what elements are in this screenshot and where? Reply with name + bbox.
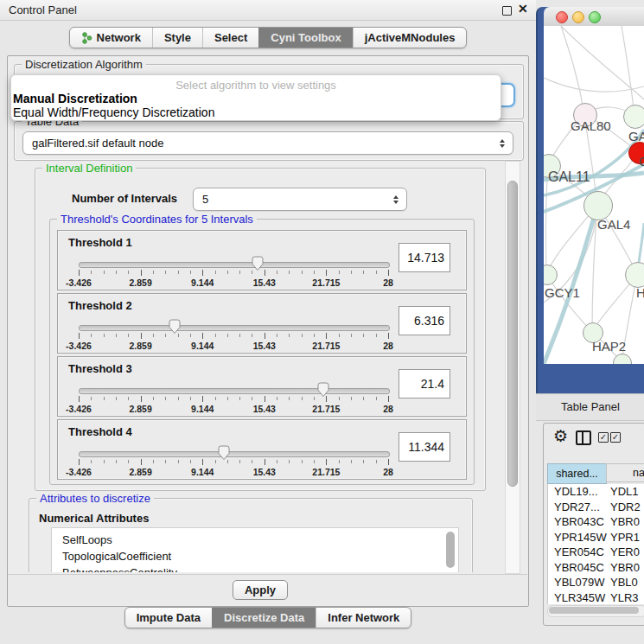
table-panel-title: Table Panel — [561, 400, 620, 413]
panel-title: Control Panel — [9, 3, 77, 16]
control-panel-tabs: Network Style Select Cyni Toolbox jActiv… — [69, 27, 468, 48]
num-intervals-label: Number of Intervals — [72, 192, 177, 205]
cell-name: YDR2 — [606, 501, 641, 513]
settings-scrollbar[interactable] — [505, 161, 520, 574]
threshold-panel-4: Threshold 4-3.4262.8599.14415.4321.71528… — [57, 419, 467, 480]
network-node-gal4[interactable] — [583, 191, 613, 220]
slider-ticks — [79, 396, 388, 403]
table-row[interactable]: YPR145WYPR1 — [548, 530, 644, 545]
threshold-panel-2: Threshold 2-3.4262.8599.14415.4321.71528… — [57, 293, 467, 354]
threshold-panels: Threshold 1-3.4262.8599.14415.4321.71528… — [57, 230, 467, 482]
tab-network[interactable]: Network — [70, 28, 152, 48]
gear-icon[interactable]: ⚙ — [553, 426, 568, 446]
network-node-h[interactable] — [625, 262, 644, 288]
column-header-name[interactable]: na — [606, 463, 644, 482]
table-row[interactable]: YBR045CYBR0 — [548, 560, 644, 576]
dropdown-option-manual-discretization[interactable]: Manual Discretization — [11, 92, 501, 105]
cell-name: YDL1 — [606, 485, 639, 498]
table-row[interactable]: YLR345WYLR3 — [548, 590, 644, 605]
attribute-item[interactable]: SelfLoops — [52, 532, 458, 548]
threshold-value-input[interactable]: 11.344 — [399, 432, 450, 462]
slider-track[interactable] — [79, 262, 390, 268]
cyni-mode-tabs: Impute Data Discretize Data Infer Networ… — [124, 607, 412, 628]
slider-thumb[interactable] — [251, 256, 265, 271]
slider-ticks — [79, 333, 388, 340]
node-label: HAP2 — [592, 339, 626, 354]
num-intervals-select[interactable]: 5 — [193, 188, 407, 211]
network-view[interactable]: GAL80GACGAL11GAL4GCY1HHAP2 — [544, 26, 644, 364]
node-label: GAL11 — [548, 169, 590, 185]
threshold-value-input[interactable]: 14.713 — [399, 243, 450, 272]
table-hscrollbar[interactable] — [547, 605, 644, 617]
checkbox-icon[interactable]: ✓ — [610, 432, 621, 443]
table-row[interactable]: YBL079WYBL0 — [548, 575, 644, 590]
close-traffic-light-icon[interactable] — [556, 11, 568, 23]
checkbox-icon[interactable]: ✓ — [598, 432, 609, 443]
slider-tick-labels: -3.4262.8599.14415.4321.71528 — [79, 404, 388, 414]
tab-discretize-data[interactable]: Discretize Data — [212, 608, 316, 628]
dropdown-option-equal-width-frequency[interactable]: Equal Width/Frequency Discretization — [11, 105, 501, 119]
spinner-icon — [393, 195, 399, 204]
tab-infer-network-label: Infer Network — [328, 611, 399, 624]
threshold-value-input[interactable]: 21.4 — [399, 369, 450, 399]
column-header-shared-name[interactable]: shared... — [547, 463, 607, 484]
threshold-panel-1: Threshold 1-3.4262.8599.14415.4321.71528… — [57, 230, 467, 290]
table-panel: ⚙ ✓ ✓ shared... na YDL19...YDL1YDR27...Y… — [543, 423, 644, 626]
table-data-select[interactable]: galFiltered.sif default node — [22, 131, 513, 155]
threshold-label: Threshold 4 — [68, 425, 132, 438]
threshold-slider[interactable]: -3.4262.8599.14415.4321.71528 — [79, 446, 388, 477]
tab-style[interactable]: Style — [152, 28, 202, 48]
table-row[interactable]: YER054CYER0 — [548, 545, 644, 560]
threshold-slider[interactable]: -3.4262.8599.14415.4321.71528 — [79, 383, 388, 414]
apply-button[interactable]: Apply — [233, 580, 288, 600]
algorithm-dropdown: Select algorithm to view settings Manual… — [10, 74, 501, 121]
slider-tick-labels: -3.4262.8599.14415.4321.71528 — [79, 467, 388, 477]
cell-shared-name: YDL19... — [548, 485, 606, 498]
tab-infer-network[interactable]: Infer Network — [316, 608, 411, 628]
network-window-titlebar[interactable] — [544, 7, 644, 27]
tab-impute-data[interactable]: Impute Data — [125, 608, 212, 628]
attribute-item[interactable]: TopologicalCoefficient — [52, 548, 458, 564]
slider-track[interactable] — [79, 325, 390, 331]
attributes-scrollbar-thumb[interactable] — [446, 532, 455, 568]
slider-thumb[interactable] — [217, 445, 231, 461]
attributes-section: Attributes to discretize Numerical Attri… — [29, 498, 473, 572]
table-hscrollbar-thumb[interactable] — [549, 607, 639, 614]
slider-tick-labels: -3.4262.8599.14415.4321.71528 — [79, 277, 388, 288]
table-rows: YDL19...YDL1YDR27...YDR2YBR043CYBR0YPR14… — [547, 484, 644, 604]
zoom-traffic-light-icon[interactable] — [589, 11, 601, 23]
slider-thumb[interactable] — [316, 382, 330, 398]
network-node-ga[interactable] — [623, 105, 644, 129]
slider-ticks — [79, 459, 388, 466]
tab-cyni-toolbox[interactable]: Cyni Toolbox — [258, 28, 352, 48]
cell-shared-name: YDR27... — [548, 501, 606, 513]
table-row[interactable]: YBR043CYBR0 — [548, 514, 644, 530]
tab-style-label: Style — [164, 31, 191, 44]
tab-network-label: Network — [97, 31, 141, 44]
node-label: GAL4 — [597, 217, 630, 232]
tab-jactivemnodules[interactable]: jActiveMNodules — [353, 28, 467, 48]
close-panel-icon[interactable]: ✕ — [518, 2, 528, 16]
threshold-slider[interactable]: -3.4262.8599.14415.4321.71528 — [79, 257, 388, 288]
threshold-value-input[interactable]: 6.316 — [399, 306, 450, 335]
cell-shared-name: YBR045C — [548, 561, 606, 574]
slider-track[interactable] — [79, 451, 390, 457]
table-row[interactable]: YDR27...YDR2 — [548, 500, 644, 515]
table-row[interactable]: YDL19...YDL1 — [548, 484, 644, 500]
slider-thumb[interactable] — [168, 319, 182, 335]
attributes-list: SelfLoopsTopologicalCoefficientBetweenne… — [51, 527, 459, 572]
node-label: C — [639, 154, 644, 169]
settings-scrollbar-thumb[interactable] — [507, 181, 518, 487]
tab-select[interactable]: Select — [202, 28, 258, 48]
threshold-slider[interactable]: -3.4262.8599.14415.4321.71528 — [79, 320, 388, 351]
float-panel-icon[interactable] — [502, 6, 512, 16]
minimize-traffic-light-icon[interactable] — [572, 11, 584, 23]
network-icon — [81, 32, 92, 44]
attribute-item[interactable]: BetweennessCentrality — [52, 564, 458, 572]
thresholds-title: Threshold's Coordinates for 5 Intervals — [57, 213, 257, 226]
slider-track[interactable] — [79, 388, 390, 394]
cell-shared-name: YPR145W — [548, 531, 606, 544]
split-columns-icon[interactable] — [576, 430, 591, 445]
tab-impute-data-label: Impute Data — [137, 611, 201, 624]
num-intervals-value: 5 — [194, 193, 208, 206]
